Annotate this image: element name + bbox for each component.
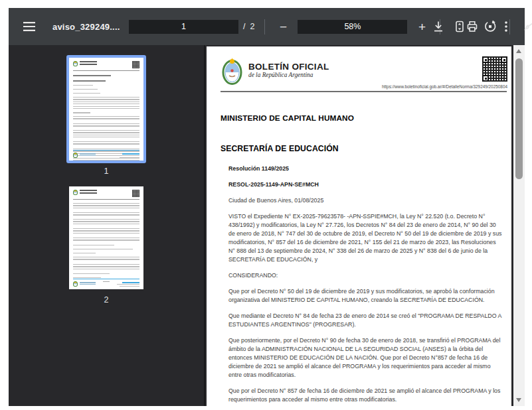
zoom-level-input[interactable]	[298, 20, 407, 34]
mini-qr-code	[132, 61, 139, 68]
boletin-subtitle: de la República Argentina	[248, 72, 329, 79]
download-icon	[432, 20, 445, 33]
pen-squiggle-icon	[523, 20, 532, 33]
page-total: 2	[250, 22, 254, 31]
boletin-title: BOLETÍN OFICIAL	[248, 62, 329, 72]
scrollbar-thumb[interactable]	[515, 58, 523, 179]
page-2-preview	[69, 186, 143, 289]
mini-qr-code	[132, 190, 139, 197]
vertical-scrollbar[interactable]	[513, 45, 525, 406]
document-body: Resolución 1149/2025 RESOL-2025-1149-APN…	[228, 165, 503, 410]
scroll-up-arrow-icon[interactable]	[516, 49, 521, 53]
hamburger-icon	[23, 22, 35, 31]
mini-coat-of-arms-icon	[73, 61, 78, 66]
toolbar-divider	[264, 19, 265, 34]
vertical-ellipsis-icon	[499, 20, 513, 33]
zoom-out-button[interactable]: −	[275, 17, 291, 36]
page-number-input[interactable]	[129, 20, 238, 34]
paragraph: VISTO el Expediente N° EX-2025-79623578-…	[228, 212, 503, 264]
mini-coat-of-arms-icon	[73, 190, 78, 195]
pdf-viewer: aviso_329249.... / 2 − +	[9, 8, 525, 406]
print-icon	[466, 20, 479, 33]
print-button[interactable]	[463, 17, 482, 36]
ministry-heading: MINISTERIO DE CAPITAL HUMANO	[221, 114, 507, 123]
document-title: aviso_329249....	[52, 22, 120, 32]
resolution-code: RESOL-2025-1149-APN-SE#MCH	[228, 180, 503, 189]
place-date: Ciudad de Buenos Aires, 01/08/2025	[228, 196, 503, 205]
coat-of-arms-logo	[221, 58, 244, 86]
document-page-1: BOLETÍN OFICIAL de la República Argentin…	[207, 46, 511, 406]
thumbnail-page-2[interactable]	[66, 184, 146, 292]
pdf-toolbar: aviso_329249.... / 2 − +	[9, 8, 525, 45]
norm-url: https://www.boletinoficial.gob.ar/#/Deta…	[382, 84, 507, 89]
zoom-in-button[interactable]: +	[414, 17, 430, 36]
header-rule	[221, 91, 507, 92]
paragraph: CONSIDERANDO:	[228, 271, 503, 280]
thumbnail-page-1[interactable]	[66, 55, 146, 163]
paragraph: Que por el Decreto N° 857 de fecha 16 de…	[228, 387, 503, 404]
download-button[interactable]	[429, 17, 448, 36]
thumbnail-label-1: 1	[104, 167, 109, 176]
page-1-preview	[69, 58, 143, 161]
thumbnail-sidebar: 1	[9, 45, 204, 406]
mini-coat-of-arms-icon	[73, 153, 78, 158]
paragraph: Que posteriormente, por el Decreto N° 90…	[228, 336, 503, 379]
resolution-number: Resolución 1149/2025	[228, 165, 503, 173]
paragraph: Que mediante el Decreto N° 84 de fecha 2…	[228, 312, 503, 329]
more-options-button[interactable]	[497, 17, 515, 36]
scroll-down-arrow-icon[interactable]	[516, 398, 521, 402]
document-viewport: BOLETÍN OFICIAL de la República Argentin…	[205, 45, 513, 406]
qr-code	[482, 56, 507, 82]
annotate-button[interactable]	[520, 17, 532, 36]
page-divider: /	[243, 22, 245, 31]
menu-button[interactable]	[20, 17, 39, 36]
paragraph: Que por el Decreto N° 50 del 19 de dicie…	[228, 287, 503, 305]
viewer-content: 1	[9, 45, 525, 406]
thumbnail-label-2: 2	[104, 295, 109, 305]
mini-coat-of-arms-icon	[73, 281, 78, 287]
secretariat-heading: SECRETARÍA DE EDUCACIÓN	[221, 145, 507, 153]
